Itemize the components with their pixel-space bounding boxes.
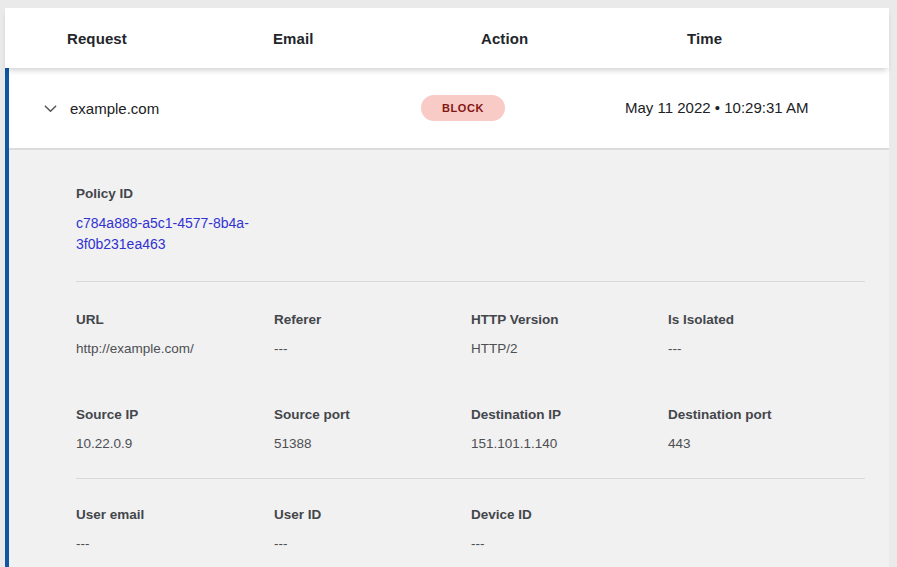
request-cell: example.com: [9, 100, 211, 117]
field-label: User ID: [274, 505, 471, 525]
field-user-email: User email ---: [76, 505, 274, 554]
field-label: Referer: [274, 310, 471, 330]
field-value: ---: [76, 534, 274, 554]
field-value: ---: [668, 339, 865, 359]
detail-panel: Policy ID c784a888-a5c1-4577-8b4a-3f0b23…: [9, 148, 889, 567]
field-value: 443: [668, 434, 865, 454]
block-status-badge: BLOCK: [421, 95, 505, 121]
user-fields-row: User email --- User ID --- Device ID ---: [76, 505, 865, 554]
policy-id-link[interactable]: c784a888-a5c1-4577-8b4a-3f0b231ea463: [76, 213, 271, 255]
field-label: Source IP: [76, 405, 274, 425]
field-label: Destination port: [668, 405, 865, 425]
field-value: 10.22.0.9: [76, 434, 274, 454]
field-value: 51388: [274, 434, 471, 454]
field-source-ip: Source IP 10.22.0.9: [76, 405, 274, 454]
chevron-down-icon[interactable]: [42, 100, 59, 117]
field-destination-port: Destination port 443: [668, 405, 865, 454]
column-header-time: Time: [687, 30, 889, 47]
field-url: URL http://example.com/: [76, 310, 274, 359]
section-divider: [76, 478, 865, 479]
policy-id-label: Policy ID: [76, 184, 865, 204]
field-referer: Referer ---: [274, 310, 471, 359]
field-device-id: Device ID ---: [471, 505, 668, 554]
field-label: Is Isolated: [668, 310, 865, 330]
field-empty: [668, 505, 865, 554]
table-row[interactable]: example.com BLOCK May 11 2022 • 10:29:31…: [9, 68, 889, 148]
log-viewer-page: Request Email Action Time example.com BL…: [0, 0, 897, 567]
section-divider: [76, 281, 865, 282]
field-value: ---: [274, 339, 471, 359]
field-value: ---: [274, 534, 471, 554]
field-value: 151.101.1.140: [471, 434, 668, 454]
field-label: HTTP Version: [471, 310, 668, 330]
request-domain: example.com: [70, 100, 159, 117]
http-fields-row-1: URL http://example.com/ Referer --- HTTP…: [76, 310, 865, 359]
field-user-id: User ID ---: [274, 505, 471, 554]
http-fields-row-2: Source IP 10.22.0.9 Source port 51388 De…: [76, 405, 865, 454]
field-label: Source port: [274, 405, 471, 425]
column-header-email: Email: [273, 30, 481, 47]
action-cell: BLOCK: [419, 95, 625, 121]
field-label: URL: [76, 310, 274, 330]
field-label: Destination IP: [471, 405, 668, 425]
field-is-isolated: Is Isolated ---: [668, 310, 865, 359]
expanded-row-container: example.com BLOCK May 11 2022 • 10:29:31…: [5, 68, 889, 567]
column-header-action: Action: [481, 30, 687, 47]
log-table-card: Request Email Action Time example.com BL…: [5, 8, 889, 567]
policy-id-section: Policy ID c784a888-a5c1-4577-8b4a-3f0b23…: [76, 184, 865, 255]
time-cell: May 11 2022 • 10:29:31 AM: [625, 96, 811, 120]
table-header: Request Email Action Time: [5, 8, 889, 68]
field-destination-ip: Destination IP 151.101.1.140: [471, 405, 668, 454]
column-header-request: Request: [67, 30, 273, 47]
field-label: User email: [76, 505, 274, 525]
field-label: Device ID: [471, 505, 668, 525]
field-source-port: Source port 51388: [274, 405, 471, 454]
field-value: http://example.com/: [76, 339, 274, 359]
field-value: ---: [471, 534, 668, 554]
field-value: HTTP/2: [471, 339, 668, 359]
field-http-version: HTTP Version HTTP/2: [471, 310, 668, 359]
